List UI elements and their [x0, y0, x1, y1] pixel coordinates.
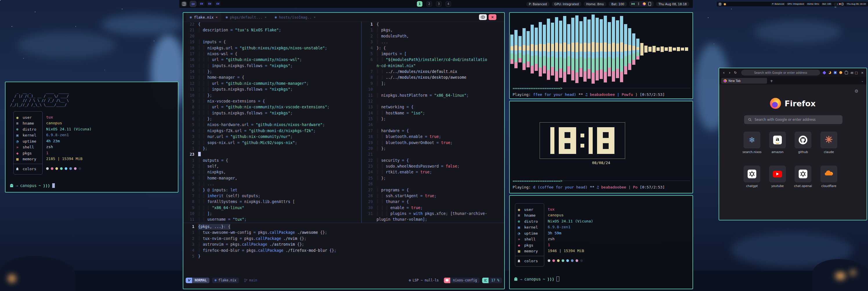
buffer-tab-pkgs-default-[interactable]: ❄pkgs/default...×: [222, 13, 270, 22]
taglist: 1234: [417, 1, 451, 7]
code-line: 23: [185, 152, 361, 157]
shortcut-cloudflare[interactable]: [820, 166, 837, 182]
visualizer-bar: [648, 47, 652, 52]
tab-list-chevron[interactable]: ⌄: [861, 79, 864, 83]
media-icon[interactable]: [642, 2, 646, 5]
shortcut-label: youtube: [765, 184, 790, 187]
workspace-tag-1[interactable]: 1: [417, 1, 423, 7]
new-tab-button[interactable]: +: [770, 79, 773, 83]
fastfetch-value-pkgs: 1: [46, 150, 92, 156]
terminal-fastfetch-right[interactable]: ◉user≡hname❄distro▣kernel◔uptime»shell◆p…: [509, 195, 693, 289]
buffer-tab-flake-nix[interactable]: ❄flake.nix×: [186, 13, 221, 22]
shell-prompt[interactable]: → canopus ~ ⟩⟩⟩: [514, 277, 559, 282]
code-line: 8│ │ │ url = "github:nix-community/nix-v…: [185, 104, 361, 110]
workspace-tag-2[interactable]: 2: [427, 1, 432, 7]
layout-icon[interactable]: [181, 1, 187, 7]
nixos-ascii-logo: _ __ _ ____ _____ / |/ /(_)_ __ / __ \/ …: [10, 90, 69, 107]
shell-prompt[interactable]: → canopus ~ ⟩⟩⟩: [9, 183, 55, 188]
now-playing: Playing: ffee for your head) ** ♫ beabad…: [513, 92, 664, 97]
phone-icon[interactable]: [842, 3, 843, 5]
media-icon[interactable]: [839, 3, 841, 5]
terminal-music[interactable]: =====================> Playing: ffee for…: [509, 12, 693, 99]
firefox-toolbar: ‹ › ↻ Search with Google or enter addres…: [719, 68, 867, 77]
darkreader-icon[interactable]: [828, 71, 831, 74]
bar-clock[interactable]: Thu Aug 08, 18:18: [656, 2, 689, 6]
shortcut-chat.openai[interactable]: [795, 166, 811, 182]
code-line: 14│ │ };: [185, 69, 361, 75]
back-button[interactable]: ‹: [721, 70, 727, 75]
shortcut-label: github: [790, 150, 816, 154]
lamp-glow: [8, 275, 16, 282]
editor-pane-flake[interactable]: 22{21│ description = "tux's NixOS Flake"…: [185, 22, 361, 223]
minimize-button[interactable]: –: [850, 71, 852, 75]
visualizer-bar: [640, 43, 644, 56]
shortcut-search.nixos[interactable]: ❄: [744, 132, 761, 148]
shortcut-claude[interactable]: [820, 132, 837, 148]
neovim-window[interactable]: ❄flake.nix×❄pkgs/default...×❄hosts/isoIm…: [183, 12, 505, 289]
firefox-account-icon[interactable]: [839, 71, 842, 74]
shortcut-github[interactable]: [795, 132, 811, 148]
tab-close-icon[interactable]: ×: [265, 16, 267, 19]
terminal-fastfetch-left[interactable]: _ __ _ ____ _____ / |/ /(_)_ __ / __ \/ …: [5, 82, 178, 193]
tasklist-item[interactable]: $W: [207, 1, 213, 6]
bar-clock[interactable]: Thu Aug 08, 18:18: [846, 3, 867, 5]
code-line: 3│ │ nur.url = "github:nix-community/nur…: [185, 134, 361, 140]
code-line: 3│ ...: [363, 39, 503, 45]
ontop-eye-button[interactable]: [479, 14, 487, 20]
scroll-progress-chip: 17 %: [482, 278, 502, 283]
tab-close-icon[interactable]: ×: [216, 16, 218, 19]
editor-pane-iso[interactable]: 1{1│ pkgs,2│ modulesPath,3│ ...4}: {5│ i…: [363, 22, 503, 223]
firefox-window[interactable]: ‹ › ↻ Search with Google or enter addres…: [719, 68, 867, 221]
shortcut-amazon[interactable]: a: [769, 132, 786, 148]
bluetooth-icon[interactable]: ᛒ: [837, 3, 838, 5]
extension-icon[interactable]: [823, 71, 826, 75]
code-line: 2│ │ self,: [185, 164, 361, 169]
workspace-tag-3[interactable]: 3: [436, 1, 441, 7]
cloud: [101, 14, 183, 35]
visualizer-bar: [636, 39, 640, 60]
bluetooth-icon[interactable]: ᛒ: [637, 2, 641, 6]
fastfetch-value-shell: zsh: [46, 144, 92, 150]
maximize-button[interactable]: □: [855, 71, 858, 75]
tasklist-item[interactable]: $W: [215, 1, 221, 6]
code-line: 1│ };: [185, 146, 361, 152]
layout-icon[interactable]: [718, 3, 722, 6]
shortcut-youtube[interactable]: [769, 166, 786, 182]
newtab-search-input[interactable]: Search with Google or enter address: [744, 115, 842, 124]
newtab-settings-gear-icon[interactable]: ⚙: [855, 89, 859, 94]
wifi-icon[interactable]: [631, 2, 635, 5]
code-line: 19│ inputs = {: [185, 39, 361, 45]
code-line: 1│ pkgs,: [363, 27, 503, 33]
branch-icon: [244, 279, 247, 282]
tab-close-icon[interactable]: ×: [314, 16, 316, 19]
forward-button[interactable]: ›: [727, 70, 733, 75]
status-pill: Home: 8ms: [584, 2, 606, 6]
code-line: 5│ │ ...: [185, 181, 361, 187]
window-separator[interactable]: [361, 22, 362, 223]
buffer-tab-hosts-isoImag-[interactable]: ❄hosts/isoImag..×: [271, 13, 319, 22]
reload-button[interactable]: ↻: [733, 71, 738, 75]
code-line: 6│ │ "${modulesPath}/installer/cd-dvd/in…: [363, 57, 503, 63]
lsp-status: ⚙LSP ~ null-ls: [406, 278, 441, 283]
folder-icon: [444, 278, 450, 283]
code-line: 21: [363, 152, 503, 157]
fastfetch-value-memory: 2185 | 15394 MiB: [46, 156, 92, 162]
code-line: 13│ │ home-manager = {: [185, 75, 361, 81]
tasklist-item[interactable]: $W: [190, 1, 196, 7]
tasklist-item[interactable]: $W: [198, 1, 205, 6]
extensions-puzzle-icon[interactable]: [845, 71, 848, 74]
shortcut-chatgpt[interactable]: [744, 166, 761, 182]
terminal-clock[interactable]: 08/08/24 =====================> Playing:…: [509, 101, 693, 194]
tasklist-firefox[interactable]: [723, 3, 727, 6]
password-manager-icon[interactable]: [834, 71, 837, 74]
visualizer-bar: [531, 25, 534, 74]
window-close-button[interactable]: ×: [489, 14, 496, 20]
phone-icon[interactable]: [648, 2, 652, 6]
code-line: 1{pkgs, ...}: {: [185, 224, 503, 230]
url-bar[interactable]: Search with Google or enter address: [741, 70, 820, 76]
visualizer-bar: [600, 19, 603, 79]
tab-new-tab[interactable]: New Tab: [721, 78, 767, 84]
editor-pane-pkgs[interactable]: 1{pkgs, ...}: {1│ tux-awesome-wm-config …: [185, 224, 503, 276]
workspace-tag-4[interactable]: 4: [445, 1, 451, 7]
close-button[interactable]: ×: [861, 71, 864, 75]
